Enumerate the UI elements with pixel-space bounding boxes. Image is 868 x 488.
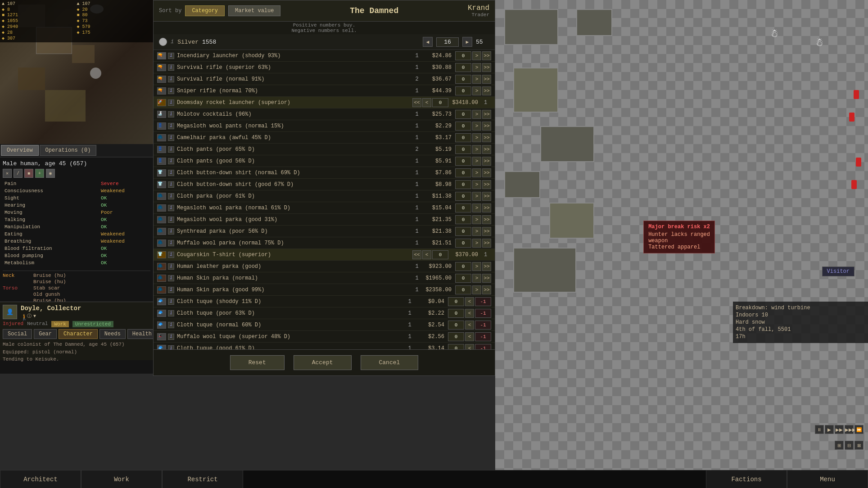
item-arrow-double-right[interactable]: >> <box>482 133 491 142</box>
item-arrow-double-right[interactable]: >> <box>482 75 491 84</box>
item-sell-input[interactable] <box>475 344 491 350</box>
item-qty-input[interactable] <box>455 51 471 60</box>
item-info-btn[interactable]: i <box>168 334 174 340</box>
work-button[interactable]: Work <box>81 470 162 488</box>
architect-button[interactable]: Architect <box>0 470 81 488</box>
item-arrow-double-right[interactable]: >> <box>482 110 491 119</box>
item-arrow-double-right[interactable]: >> <box>482 122 491 131</box>
item-qty-input[interactable] <box>455 239 471 248</box>
item-qty-input[interactable] <box>455 215 471 224</box>
item-sell-input[interactable] <box>475 309 491 318</box>
item-arrow-left-sell[interactable]: < <box>465 344 474 350</box>
item-info-btn[interactable]: i <box>168 99 174 106</box>
item-info-btn[interactable]: i <box>168 76 174 82</box>
item-qty-input[interactable] <box>455 63 471 72</box>
factions-button[interactable]: Factions <box>706 470 787 488</box>
item-info-btn[interactable]: i <box>168 345 174 350</box>
item-info-btn[interactable]: i <box>168 146 174 153</box>
item-qty-input[interactable] <box>455 227 471 236</box>
map-btn-3[interactable]: ⊠ <box>854 441 863 450</box>
item-arrow-right[interactable]: > <box>472 168 481 177</box>
item-arrow-double-right[interactable]: >> <box>482 274 491 283</box>
item-arrow-double-left[interactable]: << <box>412 98 421 107</box>
item-arrow-right[interactable]: > <box>472 75 481 84</box>
item-info-btn[interactable]: i <box>168 135 174 141</box>
item-qty-input[interactable] <box>455 285 471 294</box>
item-arrow-right[interactable]: > <box>472 86 481 95</box>
item-qty-input[interactable] <box>455 145 471 154</box>
item-info-btn[interactable]: i <box>168 53 174 59</box>
item-info-btn[interactable]: i <box>168 217 174 223</box>
item-info-btn[interactable]: i <box>168 181 174 188</box>
silver-info-btn[interactable]: i <box>171 39 174 45</box>
item-sell-input[interactable] <box>475 332 491 341</box>
item-info-btn[interactable]: i <box>168 205 174 211</box>
item-arrow-right[interactable]: > <box>472 227 481 236</box>
item-arrow-double-right[interactable]: >> <box>482 192 491 201</box>
map-btn-1[interactable]: ⊞ <box>835 441 844 450</box>
item-arrow-right[interactable]: > <box>472 262 481 271</box>
item-qty-input[interactable] <box>455 203 471 212</box>
item-arrow-double-right[interactable]: >> <box>482 157 491 166</box>
item-info-btn[interactable]: i <box>168 310 174 316</box>
item-sell-input[interactable] <box>475 297 491 306</box>
item-qty-input[interactable] <box>455 75 471 84</box>
silver-trade-input[interactable] <box>436 37 459 47</box>
item-arrow-left-sell[interactable]: < <box>465 309 474 318</box>
item-info-btn[interactable]: i <box>168 298 174 305</box>
item-arrow-double-left[interactable]: << <box>412 250 421 259</box>
item-arrow-double-right[interactable]: >> <box>482 168 491 177</box>
item-arrow-right[interactable]: > <box>472 145 481 154</box>
body-icon-red[interactable]: ■ <box>24 169 33 178</box>
item-arrow-double-right[interactable]: >> <box>482 63 491 72</box>
item-info-btn[interactable]: i <box>168 64 174 71</box>
item-info-btn[interactable]: i <box>168 88 174 94</box>
tab-health[interactable]: Health <box>127 329 157 339</box>
item-info-btn[interactable]: i <box>168 158 174 164</box>
item-info-btn[interactable]: i <box>168 322 174 328</box>
item-qty-input[interactable] <box>448 321 464 330</box>
item-qty-input[interactable] <box>455 157 471 166</box>
item-qty-input[interactable] <box>455 122 471 131</box>
item-qty-input[interactable] <box>432 98 448 107</box>
tab-social[interactable]: Social <box>3 329 32 339</box>
item-qty-input[interactable] <box>448 309 464 318</box>
item-arrow-double-right[interactable]: >> <box>482 203 491 212</box>
silver-nav-right-btn[interactable]: ► <box>462 37 472 47</box>
item-info-btn[interactable]: i <box>168 228 174 235</box>
body-icon-x[interactable]: ✕ <box>3 169 12 178</box>
item-arrow-right[interactable]: > <box>472 122 481 131</box>
item-info-btn[interactable]: i <box>168 240 174 246</box>
item-qty-input[interactable] <box>455 180 471 189</box>
cancel-button[interactable]: Cancel <box>361 355 419 370</box>
item-arrow-right[interactable]: > <box>472 285 481 294</box>
item-arrow-double-right[interactable]: >> <box>482 51 491 60</box>
tab-character[interactable]: Character <box>59 329 98 339</box>
reset-button[interactable]: Reset <box>230 355 285 370</box>
body-icon-cross[interactable]: + <box>35 169 44 178</box>
tab-needs[interactable]: Needs <box>99 329 126 339</box>
item-qty-input[interactable] <box>448 297 464 306</box>
item-arrow-double-right[interactable]: >> <box>482 180 491 189</box>
tab-gear[interactable]: Gear <box>34 329 57 339</box>
item-arrow-left-sell[interactable]: < <box>465 297 474 306</box>
item-qty-input[interactable] <box>455 110 471 119</box>
item-qty-input[interactable] <box>455 262 471 271</box>
item-arrow-right[interactable]: > <box>472 133 481 142</box>
item-arrow-right[interactable]: > <box>472 110 481 119</box>
status-restrict[interactable]: Unrestricted <box>72 321 113 327</box>
item-arrow-right[interactable]: > <box>472 51 481 60</box>
item-info-btn[interactable]: i <box>168 170 174 176</box>
item-info-btn[interactable]: i <box>168 275 174 281</box>
item-sell-input[interactable] <box>475 321 491 330</box>
item-qty-input[interactable] <box>455 192 471 201</box>
tab-operations[interactable]: Operations (0) <box>40 145 97 156</box>
item-arrow-right[interactable]: > <box>472 203 481 212</box>
item-arrow-right[interactable]: > <box>472 63 481 72</box>
speed-2[interactable]: ▶▶ <box>835 425 844 434</box>
item-info-btn[interactable]: i <box>168 123 174 129</box>
speed-pause[interactable]: ⏸ <box>815 425 824 434</box>
menu-button[interactable]: Menu <box>787 470 868 488</box>
item-arrow-double-right[interactable]: >> <box>482 215 491 224</box>
item-arrow-right[interactable]: > <box>472 180 481 189</box>
